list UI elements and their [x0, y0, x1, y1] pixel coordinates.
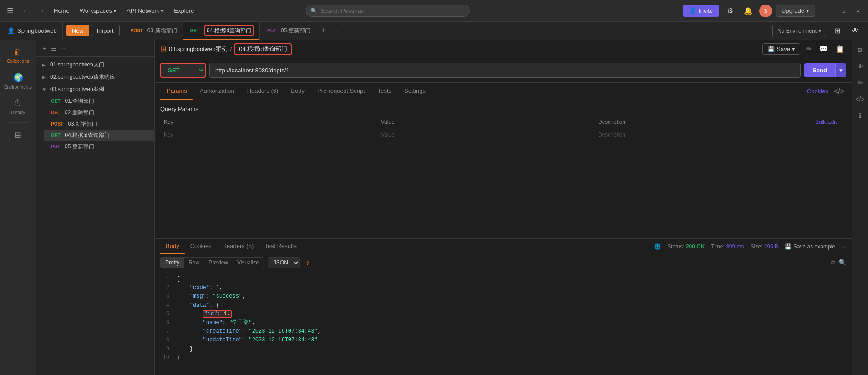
method-select[interactable]: GET POST PUT DELETE PATCH	[160, 63, 206, 78]
save-button[interactable]: 💾 Save ▾	[762, 43, 800, 55]
subtab-body[interactable]: Body	[284, 83, 311, 100]
tab-put-05[interactable]: PUT 05.更新部门	[260, 22, 316, 40]
forward-icon[interactable]: →	[35, 5, 47, 17]
topbar: ☰ ← → Home Workspaces ▾ API Network ▾ Ex…	[0, 0, 868, 22]
more-tabs-button[interactable]: ···	[330, 27, 342, 34]
save-example-button[interactable]: 💾 Save as example	[785, 243, 835, 250]
tree-child-post-03[interactable]: POST 03.新增部门	[44, 118, 154, 130]
comment-icon[interactable]: 💬	[817, 43, 830, 55]
sidebar-item-new[interactable]: ⊞	[3, 127, 34, 144]
format-raw[interactable]: Raw	[184, 258, 204, 268]
tree-child-get-01[interactable]: GET 01.查询部门	[44, 96, 154, 107]
resp-tab-body[interactable]: Body	[160, 239, 185, 254]
subtab-authorization[interactable]: Authorization	[193, 83, 241, 100]
param-value-input[interactable]	[381, 132, 594, 138]
tree-label-02: 02.springbootweb请求响应	[50, 73, 115, 81]
menu-icon[interactable]: ☰	[4, 5, 16, 17]
tabbar: 👤 Springbootweb New Import POST 03.新增部门 …	[0, 22, 868, 40]
more-resp-icon[interactable]: ···	[842, 243, 846, 250]
breadcrumb-separator: /	[230, 46, 232, 52]
import-button[interactable]: Import	[91, 25, 120, 36]
status-badge: Status: 200 OK	[667, 243, 705, 250]
tab-label-04: 04.根据id查询部门	[204, 25, 254, 36]
method-put-05: PUT	[49, 144, 62, 150]
explore-button[interactable]: Explore	[170, 5, 198, 16]
settings-right-icon[interactable]: ⊞	[830, 24, 844, 38]
bell-icon[interactable]: 🔔	[741, 4, 756, 18]
code-icon[interactable]: </>	[832, 86, 846, 97]
param-key-input[interactable]	[164, 132, 377, 138]
right-info-icon[interactable]: ℹ	[854, 109, 867, 122]
minimize-button[interactable]: —	[822, 5, 835, 17]
search-response-icon[interactable]: 🔍	[839, 259, 846, 266]
settings-icon[interactable]: ⚙	[723, 4, 737, 18]
param-desc-input[interactable]	[598, 132, 812, 138]
add-tab-button[interactable]: +	[316, 26, 330, 35]
subtab-headers[interactable]: Headers (6)	[241, 83, 285, 100]
tree-child-get-04[interactable]: GET 04.根据id查询部门	[44, 130, 154, 141]
format-visualize[interactable]: Visualize	[233, 258, 264, 268]
upgrade-button[interactable]: Upgrade ▾	[776, 5, 815, 17]
eye-right-icon[interactable]: 👁	[848, 24, 863, 38]
subtab-params[interactable]: Params	[160, 83, 193, 100]
bulk-edit-button[interactable]: Bulk Edit	[815, 119, 843, 125]
maximize-button[interactable]: □	[837, 5, 850, 17]
right-pencil-icon[interactable]: ✏	[854, 76, 867, 89]
json-type-select[interactable]: JSON XML HTML Text	[268, 257, 300, 268]
tab-get-04[interactable]: GET 04.根据id查询部门	[183, 22, 260, 40]
copy-response-icon[interactable]: ⧉	[831, 259, 835, 266]
tree-item-01[interactable]: ▶ 01.springbootweb入门	[36, 59, 154, 71]
tab-post-03[interactable]: POST 03.新增部门	[123, 22, 183, 40]
add-collection-icon[interactable]: +	[42, 44, 47, 53]
breadcrumb-bar: ⊞ 03.springbootweb案例 / 04.根据id查询部门 💾 Sav…	[155, 40, 852, 58]
invite-button[interactable]: 👤 Invite	[683, 5, 719, 17]
collections-icon: 🗑	[14, 47, 22, 57]
search-input[interactable]	[306, 5, 470, 17]
tree-item-03[interactable]: ▼ 03.springbootweb案例	[36, 83, 154, 96]
send-main-button[interactable]: Send	[804, 63, 835, 77]
resp-tab-headers[interactable]: Headers (5)	[217, 239, 259, 254]
close-button[interactable]: ✕	[852, 5, 864, 17]
tree-item-02[interactable]: ▶ 02.springbootweb请求响应	[36, 71, 154, 83]
subtab-tests[interactable]: Tests	[371, 83, 398, 100]
back-icon[interactable]: ←	[19, 5, 32, 17]
resp-tab-test-results[interactable]: Test Results	[259, 239, 302, 254]
new-button[interactable]: New	[66, 25, 89, 36]
tree-arrow-02: ▶	[42, 75, 47, 80]
user-name: Springbootweb	[17, 27, 57, 34]
subtab-settings[interactable]: Settings	[398, 83, 432, 100]
resp-tab-cookies[interactable]: Cookies	[185, 239, 217, 254]
cookies-link[interactable]: Cookies	[807, 88, 828, 95]
sidebar-item-history[interactable]: ⏱ History	[3, 95, 34, 119]
environment-selector[interactable]: No Environment ▾	[772, 25, 826, 37]
filter-icon[interactable]: ☰	[50, 44, 58, 53]
line-5: 5 "id": 1,	[160, 310, 846, 319]
save-chevron: ▾	[792, 46, 795, 52]
subtab-pre-request[interactable]: Pre-request Script	[311, 83, 371, 100]
tree-child-del-02[interactable]: DEL 02.删除部门	[44, 107, 154, 118]
tree-child-put-05[interactable]: PUT 05.更新部门	[44, 141, 154, 152]
filter-icon[interactable]: ⇉	[304, 259, 309, 266]
edit-icon[interactable]: ✏	[804, 43, 813, 55]
copy-icon[interactable]: 📋	[833, 43, 846, 55]
right-sidebar: ⚙ 👁 ✏ </> ℹ	[852, 40, 868, 375]
sidebar-item-collections[interactable]: 🗑 Collections	[3, 44, 34, 67]
workspaces-button[interactable]: Workspaces ▾	[76, 5, 120, 16]
format-preview[interactable]: Preview	[204, 258, 233, 268]
sidebar-item-environments[interactable]: 🌍 Environments	[3, 69, 34, 93]
size-meta: Size: 295 B	[751, 243, 778, 250]
home-button[interactable]: Home	[50, 5, 73, 16]
right-code-icon[interactable]: </>	[854, 93, 867, 106]
response-meta: 🌐 Status: 200 OK Time: 399 ms Size: 295 …	[654, 243, 846, 250]
url-input[interactable]	[209, 63, 801, 78]
send-arrow-button[interactable]: ▾	[835, 63, 846, 77]
more-collections-icon[interactable]: ···	[61, 44, 68, 53]
child-label-03: 03.新增部门	[68, 120, 97, 128]
right-settings-icon[interactable]: ⚙	[854, 44, 867, 56]
environments-label: Environments	[4, 85, 32, 90]
api-network-button[interactable]: API Network ▾	[123, 5, 168, 16]
send-button-group: Send ▾	[804, 63, 846, 77]
format-pretty[interactable]: Pretty	[161, 258, 184, 268]
right-eye-icon[interactable]: 👁	[854, 60, 867, 73]
method-del-02: DEL	[49, 110, 62, 116]
